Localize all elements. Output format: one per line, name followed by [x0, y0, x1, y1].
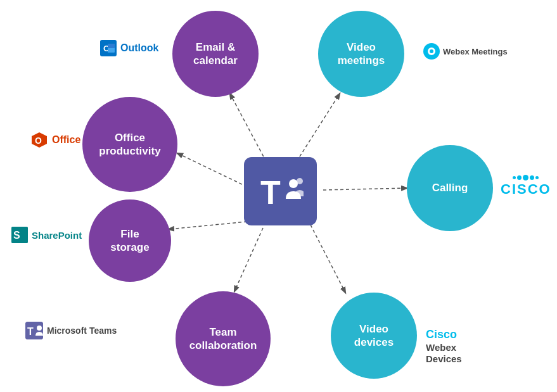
svg-line-6	[311, 225, 345, 293]
office-label: Office	[52, 134, 80, 146]
teams-center-box: T	[244, 157, 317, 225]
email-calendar-circle: Email &calendar	[172, 11, 259, 97]
webex-meetings-brand: Webex Meetings	[423, 43, 508, 60]
svg-text:T: T	[27, 326, 34, 337]
file-storage-circle: Filestorage	[89, 199, 171, 282]
diagram: T Email &calendar Videomeetings Officepr…	[0, 0, 557, 392]
svg-rect-13	[108, 44, 115, 48]
calling-circle: Calling	[407, 145, 493, 231]
calling-label: Calling	[432, 181, 468, 194]
microsoft-teams-brand: T Microsoft Teams	[25, 322, 117, 339]
video-devices-label: Videodevices	[354, 322, 394, 350]
teams-svg-icon: T	[258, 172, 304, 210]
team-collaboration-circle: Teamcollaboration	[176, 291, 271, 386]
cisco-webex-devices-brand: Cisco Webex Devices	[426, 328, 462, 365]
svg-line-3	[323, 188, 407, 190]
teams-center-icon: T	[258, 172, 304, 210]
webex-meetings-label: Webex Meetings	[443, 47, 508, 56]
svg-point-20	[37, 326, 42, 331]
svg-point-9	[297, 178, 303, 184]
outlook-label: Outlook	[120, 42, 158, 54]
team-collaboration-label: Teamcollaboration	[189, 326, 257, 353]
svg-line-2	[177, 153, 247, 187]
svg-text:O: O	[35, 136, 42, 146]
cisco-label: CISCO	[501, 181, 551, 198]
svg-text:S: S	[13, 230, 20, 241]
cisco-webex-devices-webex: Webex	[426, 342, 456, 353]
video-meetings-circle: Videomeetings	[318, 11, 404, 97]
office-icon: O	[30, 131, 48, 149]
svg-text:T: T	[260, 174, 281, 210]
office-brand: O Office	[30, 131, 80, 149]
office-productivity-circle: Officeproductivity	[82, 97, 177, 192]
svg-point-8	[289, 179, 298, 188]
microsoft-teams-icon: T	[25, 322, 43, 339]
svg-point-23	[430, 49, 433, 53]
sharepoint-brand: S SharePoint	[11, 227, 82, 243]
file-storage-label: Filestorage	[110, 227, 149, 255]
email-calendar-label: Email &calendar	[193, 41, 238, 68]
sharepoint-label: SharePoint	[32, 230, 82, 241]
svg-line-0	[230, 94, 266, 161]
cisco-brand: CISCO	[501, 176, 551, 198]
outlook-brand: O Outlook	[100, 40, 158, 56]
cisco-webex-devices-cisco: Cisco	[426, 328, 457, 342]
video-meetings-label: Videomeetings	[338, 41, 385, 68]
webex-meetings-icon	[423, 43, 440, 60]
svg-line-1	[297, 94, 340, 161]
sharepoint-icon: S	[11, 227, 28, 243]
microsoft-teams-label: Microsoft Teams	[47, 326, 117, 336]
svg-line-5	[234, 228, 263, 291]
cisco-dots	[513, 176, 539, 180]
svg-line-4	[169, 222, 247, 229]
outlook-icon: O	[100, 40, 117, 56]
cisco-webex-devices-devices: Devices	[426, 353, 462, 365]
video-devices-circle: Videodevices	[331, 293, 417, 379]
office-productivity-label: Officeproductivity	[99, 131, 160, 158]
